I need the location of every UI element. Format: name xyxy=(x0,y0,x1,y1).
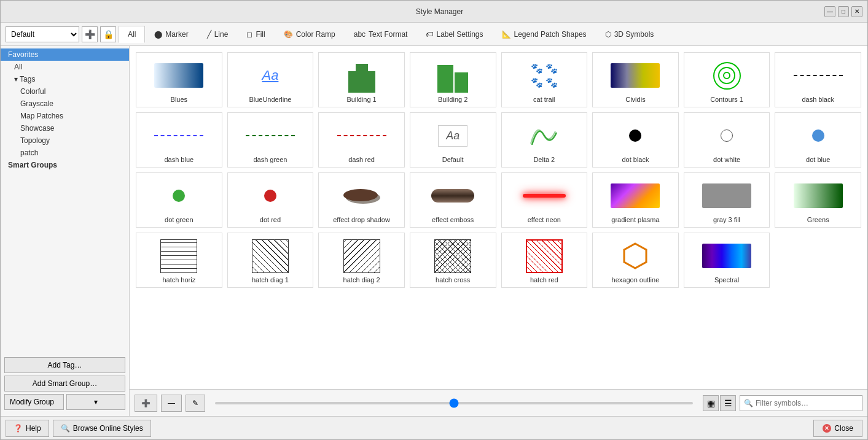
grid-view-button[interactable]: ▦ xyxy=(703,395,719,411)
remove-symbol-button[interactable]: — xyxy=(161,395,182,412)
symbol-cell-effectdropshadow[interactable]: effect drop shadow xyxy=(318,172,405,228)
symbol-cell-greens[interactable]: Greens xyxy=(775,172,861,228)
close-label: Close xyxy=(834,424,853,433)
profile-select[interactable]: Default xyxy=(6,26,79,42)
symbol-cell-dotgreen[interactable]: dot green xyxy=(136,172,222,228)
symbol-cell-dotblack[interactable]: dot black xyxy=(592,112,679,168)
tab-labelsettings-label: Label Settings xyxy=(436,30,483,39)
sidebar-item-patch[interactable]: patch xyxy=(1,147,129,159)
list-view-button[interactable]: ☰ xyxy=(720,395,736,411)
dotblue-dot xyxy=(812,129,824,142)
close-button[interactable]: ✕ xyxy=(851,6,862,17)
symbol-cell-building1[interactable]: Building 1 xyxy=(318,52,405,107)
sidebar-item-all[interactable]: All xyxy=(1,61,129,73)
symbol-label-building1: Building 1 xyxy=(346,96,376,103)
sidebar-item-mappatches[interactable]: Map Patches xyxy=(1,110,129,122)
symbol-preview-effectneon xyxy=(504,178,585,214)
symbol-cell-hatchdiag2[interactable]: hatch diag 2 xyxy=(318,233,405,288)
line-icon: ╱ xyxy=(207,30,211,39)
remove-symbol-icon: — xyxy=(168,399,175,407)
dashblack-line xyxy=(794,75,843,76)
symbol-preview-gradientplasma xyxy=(595,178,676,214)
symbol-cell-dotred[interactable]: dot red xyxy=(227,172,314,228)
sidebar-buttons: Add Tag… Add Smart Group… Modify Group ▾ xyxy=(1,353,129,414)
tab-marker[interactable]: ⬤ Marker xyxy=(145,26,197,42)
symbol-cell-cividis[interactable]: Cividis xyxy=(592,52,679,107)
symbol-cell-dashred[interactable]: dash red xyxy=(318,112,405,168)
symbol-preview-building1 xyxy=(321,58,402,93)
tab-3dsymbols[interactable]: ⬡ 3D Symbols xyxy=(596,26,663,42)
symbol-cell-hatchcross[interactable]: hatch cross xyxy=(410,233,496,288)
size-slider[interactable] xyxy=(215,402,693,404)
symbol-cell-default[interactable]: Aa Default xyxy=(410,112,496,168)
tab-colorramp-label: Color Ramp xyxy=(296,30,335,39)
tab-textformat[interactable]: abc Text Format xyxy=(345,26,417,42)
symbol-label-default: Default xyxy=(442,156,464,163)
symbol-preview-delta2 xyxy=(504,118,585,153)
symbol-cell-building2[interactable]: Building 2 xyxy=(410,52,496,107)
symbol-cell-effectneon[interactable]: effect neon xyxy=(501,172,588,228)
symbol-cell-blueunderline[interactable]: Aa BlueUnderline xyxy=(227,52,314,107)
add-symbol-button[interactable]: ➕ xyxy=(135,395,157,412)
add-style-button[interactable]: ➕ xyxy=(82,26,98,42)
symbol-preview-cividis xyxy=(595,58,676,93)
help-button[interactable]: ❓ Help xyxy=(6,420,49,437)
symbol-cell-hatchdiag1[interactable]: hatch diag 1 xyxy=(227,233,314,288)
symbol-cell-dashgreen[interactable]: dash green xyxy=(227,112,314,168)
sidebar-item-topology[interactable]: Topology xyxy=(1,134,129,147)
dashblack-dash xyxy=(794,75,843,76)
style-manager-window: Style Manager — □ ✕ Default ➕ 🔒 All ⬤ Ma… xyxy=(0,0,868,440)
tab-labelsettings[interactable]: 🏷 Label Settings xyxy=(416,26,492,42)
symbol-label-spectral: Spectral xyxy=(714,276,739,284)
sidebar-item-colorful[interactable]: Colorful xyxy=(1,85,129,98)
dashgreen-dash xyxy=(246,135,295,136)
tab-colorramp[interactable]: 🎨 Color Ramp xyxy=(275,26,345,42)
symbol-cell-dotwhite[interactable]: dot white xyxy=(684,112,770,168)
symbol-cell-blues[interactable]: Blues xyxy=(136,52,222,107)
sidebar-item-tags[interactable]: ▾ Tags xyxy=(1,73,129,85)
symbol-cell-delta2[interactable]: Delta 2 xyxy=(501,112,588,168)
symbol-cell-cattrail[interactable]: 🐾 🐾 🐾 🐾 cat trail xyxy=(501,52,588,107)
symbol-preview-default: Aa xyxy=(413,118,493,153)
symbol-preview-effectdropshadow xyxy=(321,178,402,214)
symbol-cell-gradientplasma[interactable]: gradient plasma xyxy=(592,172,679,228)
edit-symbol-button[interactable]: ✎ xyxy=(186,395,205,412)
maximize-button[interactable]: □ xyxy=(838,6,849,17)
symbol-cell-hexagon[interactable]: hexagon outline xyxy=(592,233,679,288)
bottom-bar: ➕ — ✎ ▦ ☰ xyxy=(130,389,867,416)
sidebar-item-grayscale[interactable]: Grayscale xyxy=(1,98,129,110)
sidebar-item-showcase[interactable]: Showcase xyxy=(1,122,129,134)
tab-fill[interactable]: ◻ Fill xyxy=(237,26,274,42)
tab-textformat-label: Text Format xyxy=(369,30,407,39)
symbol-cell-hatchred[interactable]: hatch red xyxy=(501,233,588,288)
window-controls: — □ ✕ xyxy=(824,6,862,17)
symbol-cell-effectemboss[interactable]: effect emboss xyxy=(410,172,496,228)
add-smart-group-button[interactable]: Add Smart Group… xyxy=(4,376,125,392)
tab-legendpatch[interactable]: 📐 Legend Patch Shapes xyxy=(493,26,596,42)
tab-3dsymbols-label: 3D Symbols xyxy=(614,30,654,39)
add-tag-button[interactable]: Add Tag… xyxy=(4,357,125,373)
symbol-cell-gray3fill[interactable]: gray 3 fill xyxy=(684,172,770,228)
symbol-cell-contours1[interactable]: Contours 1 xyxy=(684,52,770,107)
tab-all-label: All xyxy=(128,30,136,39)
tab-all[interactable]: All xyxy=(119,26,145,43)
lock-button[interactable]: 🔒 xyxy=(100,26,116,42)
browse-online-styles-button[interactable]: 🔍 Browse Online Styles xyxy=(53,420,151,437)
svg-marker-6 xyxy=(624,244,646,268)
symbol-label-dashblack: dash black xyxy=(802,96,834,103)
sidebar-item-favorites[interactable]: Favorites xyxy=(1,48,129,61)
filter-input[interactable] xyxy=(756,399,858,407)
symbol-cell-dashblue[interactable]: dash blue xyxy=(136,112,222,168)
toolbar: Default ➕ 🔒 All ⬤ Marker ╱ Line ◻ Fill xyxy=(1,23,867,46)
symbol-preview-dashgreen xyxy=(230,118,311,153)
close-button[interactable]: ✕ Close xyxy=(813,420,862,437)
blueunderline-text: Aa xyxy=(262,68,278,83)
tab-line[interactable]: ╱ Line xyxy=(198,26,238,42)
modify-group-dropdown[interactable]: ▾ xyxy=(66,394,126,410)
symbol-cell-dashblack[interactable]: dash black xyxy=(775,52,861,107)
modify-group-button[interactable]: Modify Group xyxy=(4,394,64,410)
symbol-cell-hatchhoriz[interactable]: hatch horiz xyxy=(136,233,222,288)
symbol-cell-spectral[interactable]: Spectral xyxy=(684,233,770,288)
minimize-button[interactable]: — xyxy=(824,6,835,17)
symbol-cell-dotblue[interactable]: dot blue xyxy=(775,112,861,168)
